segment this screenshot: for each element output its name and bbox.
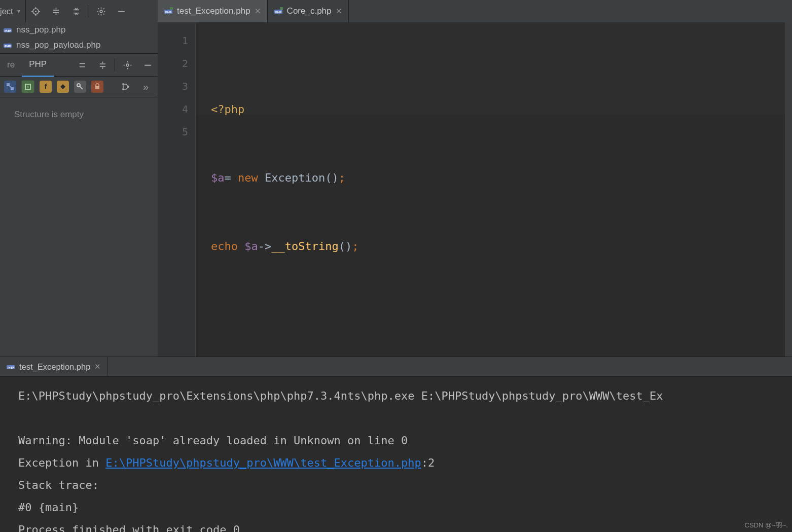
code-token: new [238,171,265,184]
file-name: nss_pop.php [16,25,65,35]
structure-hide-button[interactable] [137,54,158,76]
console-tab-label: test_Exception.php [19,362,90,372]
php-file-icon: PHP [3,41,12,50]
watermark: CSDN @~羽~. [745,521,788,530]
code-body[interactable]: <?php $a= new Exception(); echo $a->__to… [196,22,792,357]
svg-rect-37 [95,86,99,89]
line-number: 5 [158,121,188,144]
tab-label: Core_c.php [287,6,332,16]
svg-line-32 [10,86,11,87]
lock-filter-icon[interactable] [91,81,103,93]
line-number: 2 [158,52,188,75]
tab-test-exception[interactable]: PHP test_Exception.php ✕ [158,0,268,22]
separator [89,5,89,18]
console-file-link[interactable]: E:\PHPStudy\phpstudy_pro\WWW\test_Except… [105,456,421,469]
svg-point-38 [122,83,124,85]
console-output[interactable]: E:\PHPStudy\phpstudy_pro\Extensions\php\… [0,377,792,532]
code-token: echo [211,240,244,253]
run-console: PHP test_Exception.php ✕ E:\PHPStudy\php… [0,357,792,532]
f-filter-icon[interactable]: f [40,81,52,93]
structure-empty-message: Structure is empty [0,97,158,132]
list-item[interactable]: PHP nss_pop.php [0,22,158,38]
line-number: 1 [158,29,188,52]
list-item[interactable]: PHP nss_pop_payload.php [0,38,158,53]
svg-text:PHP: PHP [5,45,11,48]
locate-button[interactable] [26,0,46,22]
code-token: <?php [211,103,244,116]
close-icon[interactable]: ✕ [255,7,261,16]
close-icon[interactable]: ✕ [336,7,342,16]
ide-window: ☠ ject ▾ [0,0,792,532]
code-token: __toString [271,240,338,253]
code-token: $a [211,171,225,184]
structure-filter-icons: + f » [0,77,158,97]
code-token: $a [244,240,258,253]
expand-button[interactable] [92,54,113,76]
branch-filter-icon[interactable] [120,81,132,93]
console-line: :2 [421,456,435,469]
project-file-list: PHP nss_pop.php PHP nss_pop_payload.php [0,22,158,53]
php-file-icon: PHP [164,7,173,16]
svg-rect-29 [145,64,151,65]
close-icon[interactable]: ✕ [94,362,101,371]
tab-core-c[interactable]: PHP Core_c.php ✕ [268,0,349,22]
code-editor[interactable]: 1 2 3 4 5 <?php $a= new Exception(); ech… [158,22,792,357]
sort-button[interactable] [72,54,92,76]
structure-tab-re[interactable]: re [0,54,22,76]
project-label: ject [0,7,13,16]
project-dropdown[interactable]: ject ▾ [0,0,26,22]
console-line: Process finished with exit code 0 [18,523,240,532]
svg-point-11 [35,10,37,12]
console-line: Stack trace: [18,479,99,491]
expand-all-button[interactable] [46,0,66,22]
console-line: #0 {main} [18,501,79,514]
svg-rect-31 [11,87,14,90]
php-file-icon: PHP [6,362,15,371]
editor-tabs: PHP test_Exception.php ✕ PHP Core_c.php … [158,0,792,23]
structure-toolbar: re PHP [0,53,158,77]
hide-button[interactable] [112,0,132,22]
svg-text:+: + [27,85,29,90]
svg-text:PHP: PHP [165,11,171,14]
svg-line-36 [80,86,83,89]
php-file-icon: PHP [3,25,12,34]
code-token: -> [258,240,272,253]
svg-rect-17 [118,11,125,12]
svg-text:PHP: PHP [275,11,281,14]
console-tabs: PHP test_Exception.php ✕ [0,357,792,377]
c-filter-icon[interactable] [57,81,69,93]
settings-button[interactable] [91,0,112,22]
structure-settings-button[interactable] [117,54,137,76]
dropdown-icon: ▾ [17,8,20,15]
line-gutter: 1 2 3 4 5 [158,22,196,357]
tab-label: test_Exception.php [177,6,250,16]
code-token: Exception [265,171,325,184]
structure-tab-php[interactable]: PHP [22,53,54,77]
key-filter-icon[interactable] [74,81,86,93]
svg-point-16 [100,10,102,13]
line-number: 3 [158,75,188,98]
console-line: E:\PHPStudy\phpstudy_pro\Extensions\php\… [18,389,663,402]
svg-text:PHP: PHP [8,366,14,369]
code-token: ; [352,240,358,253]
svg-point-28 [126,64,129,66]
php-file-icon: PHP [274,7,283,16]
console-line: Warning: Module 'soap' already loaded in… [18,434,408,447]
collapse-all-button[interactable] [66,0,87,22]
code-token: ; [339,171,345,184]
class-filter-icon[interactable] [4,81,16,93]
code-token: () [325,171,339,184]
line-number: 4 [158,98,188,121]
svg-point-39 [122,88,124,90]
editor-scrollbar[interactable] [785,22,792,357]
svg-text:PHP: PHP [5,29,11,32]
svg-rect-30 [7,83,10,86]
file-name: nss_pop_payload.php [16,40,100,50]
fields-filter-icon[interactable]: + [21,80,34,93]
code-token: () [339,240,352,253]
more-icon[interactable]: » [143,81,149,93]
console-tab[interactable]: PHP test_Exception.php ✕ [0,357,107,376]
svg-rect-20 [170,7,173,10]
code-token: = [225,171,238,184]
project-toolbar-buttons [26,0,132,22]
